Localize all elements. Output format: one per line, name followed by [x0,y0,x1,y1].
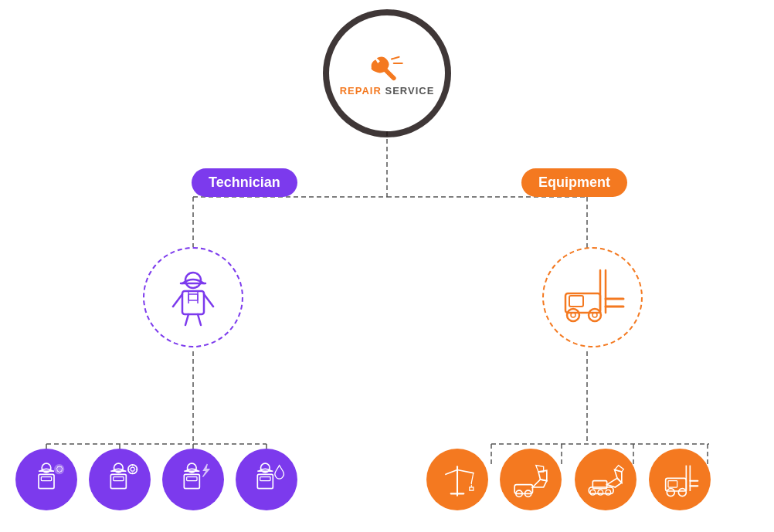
svg-line-64 [446,470,457,475]
tech-small-circle-1[interactable] [15,449,77,510]
equipment-mid-circle [542,247,643,347]
svg-rect-34 [569,296,583,307]
technician-badge[interactable]: Technician [192,168,297,197]
technician-mid-circle [143,247,243,347]
excavator-arm-icon [511,460,550,499]
svg-line-28 [198,314,201,325]
svg-point-84 [678,489,686,496]
svg-rect-42 [41,477,51,481]
equipment-badge[interactable]: Equipment [521,168,627,197]
repair-service-icon [366,50,409,85]
forklift-icon [558,266,627,328]
svg-line-26 [204,294,213,307]
equip-small-circle-1[interactable] [426,449,488,510]
svg-line-65 [471,473,474,483]
svg-point-36 [589,309,601,321]
svg-rect-67 [470,487,474,490]
forklift-small-icon [660,460,699,499]
technician-icon [162,266,224,328]
svg-rect-69 [514,485,532,494]
svg-rect-24 [188,294,198,300]
tech-small-circle-2[interactable] [89,449,151,510]
equip-small-circle-4[interactable] [649,449,711,510]
svg-rect-47 [114,477,124,481]
tech-worker-electric-icon [174,460,212,499]
svg-point-35 [567,309,579,321]
equip-small-circle-2[interactable] [500,449,562,510]
tech-worker-wrench-icon [27,460,66,499]
svg-line-17 [392,57,399,59]
tech-small-circle-3[interactable] [162,449,224,510]
svg-line-63 [457,470,474,473]
equip-small-circle-3[interactable] [575,449,637,510]
svg-line-27 [185,314,188,325]
svg-point-49 [131,467,134,471]
svg-rect-57 [187,477,197,481]
crane-icon [438,460,477,499]
excavator-icon [586,460,625,499]
root-node: REPAIR SERVICE [329,15,445,131]
tech-small-circle-4[interactable] [236,449,297,510]
diagram-container: REPAIR SERVICE Technician Equipment [0,0,774,532]
root-label: REPAIR SERVICE [340,85,435,97]
svg-line-25 [173,294,182,307]
tech-worker-gear-icon [100,460,139,499]
svg-point-48 [128,465,137,474]
svg-rect-78 [668,481,677,487]
tech-worker-fluid-icon [247,460,286,499]
svg-rect-61 [260,477,270,481]
svg-point-83 [667,489,674,496]
